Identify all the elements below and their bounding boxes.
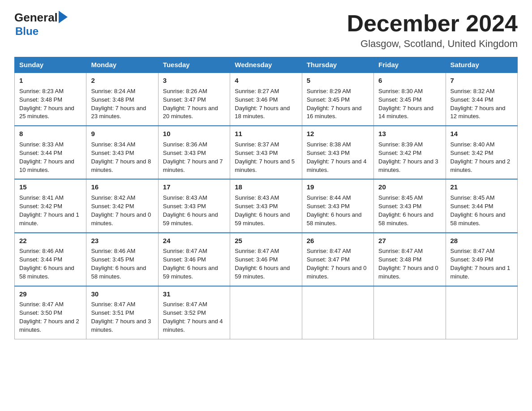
day-number: 29 (19, 289, 82, 299)
day-info: Sunrise: 8:37 AMSunset: 3:43 PMDaylight:… (235, 141, 295, 173)
day-info: Sunrise: 8:44 AMSunset: 3:43 PMDaylight:… (307, 194, 362, 227)
day-cell: 29 Sunrise: 8:47 AMSunset: 3:50 PMDaylig… (15, 286, 86, 339)
day-number: 7 (450, 76, 513, 86)
day-number: 21 (450, 182, 513, 192)
day-cell: 2 Sunrise: 8:24 AMSunset: 3:48 PMDayligh… (86, 73, 158, 126)
day-number: 6 (378, 76, 441, 86)
day-number: 8 (19, 129, 82, 139)
week-row-2: 8 Sunrise: 8:33 AMSunset: 3:44 PMDayligh… (15, 126, 518, 179)
week-row-4: 22 Sunrise: 8:46 AMSunset: 3:44 PMDaylig… (15, 233, 518, 286)
week-row-1: 1 Sunrise: 8:23 AMSunset: 3:48 PMDayligh… (15, 73, 518, 126)
day-info: Sunrise: 8:24 AMSunset: 3:48 PMDaylight:… (91, 88, 146, 120)
day-cell: 5 Sunrise: 8:29 AMSunset: 3:45 PMDayligh… (302, 73, 373, 126)
weekday-header-saturday: Saturday (446, 57, 517, 73)
day-cell: 19 Sunrise: 8:44 AMSunset: 3:43 PMDaylig… (302, 179, 373, 232)
day-info: Sunrise: 8:27 AMSunset: 3:46 PMDaylight:… (235, 88, 290, 120)
day-number: 30 (91, 289, 153, 299)
day-info: Sunrise: 8:23 AMSunset: 3:48 PMDaylight:… (19, 88, 74, 120)
day-cell: 26 Sunrise: 8:47 AMSunset: 3:47 PMDaylig… (302, 233, 373, 286)
day-info: Sunrise: 8:47 AMSunset: 3:50 PMDaylight:… (19, 301, 79, 333)
weekday-header-wednesday: Wednesday (230, 57, 302, 73)
day-cell: 13 Sunrise: 8:39 AMSunset: 3:42 PMDaylig… (374, 126, 446, 179)
day-cell (302, 286, 373, 339)
day-cell: 10 Sunrise: 8:36 AMSunset: 3:43 PMDaylig… (158, 126, 230, 179)
day-info: Sunrise: 8:43 AMSunset: 3:43 PMDaylight:… (235, 194, 290, 227)
page-header: General Blue December 2024 Glasgow, Scot… (14, 11, 518, 50)
logo-general: General (14, 12, 58, 23)
day-number: 15 (19, 182, 82, 192)
day-number: 18 (235, 182, 297, 192)
day-number: 2 (91, 76, 153, 86)
day-number: 5 (307, 76, 369, 86)
day-cell: 7 Sunrise: 8:32 AMSunset: 3:44 PMDayligh… (446, 73, 517, 126)
day-number: 24 (163, 236, 225, 246)
day-number: 4 (235, 76, 297, 86)
day-number: 16 (91, 182, 153, 192)
day-info: Sunrise: 8:46 AMSunset: 3:44 PMDaylight:… (19, 248, 74, 280)
day-cell: 17 Sunrise: 8:43 AMSunset: 3:43 PMDaylig… (158, 179, 230, 232)
weekday-header-thursday: Thursday (302, 57, 373, 73)
day-number: 25 (235, 236, 297, 246)
day-info: Sunrise: 8:47 AMSunset: 3:51 PMDaylight:… (91, 301, 151, 333)
day-info: Sunrise: 8:46 AMSunset: 3:45 PMDaylight:… (91, 248, 146, 280)
day-cell: 18 Sunrise: 8:43 AMSunset: 3:43 PMDaylig… (230, 179, 302, 232)
week-row-3: 15 Sunrise: 8:41 AMSunset: 3:42 PMDaylig… (15, 179, 518, 232)
day-info: Sunrise: 8:47 AMSunset: 3:52 PMDaylight:… (163, 301, 223, 333)
day-info: Sunrise: 8:30 AMSunset: 3:45 PMDaylight:… (378, 88, 433, 120)
location-title: Glasgow, Scotland, United Kingdom (347, 38, 518, 50)
day-cell: 3 Sunrise: 8:26 AMSunset: 3:47 PMDayligh… (158, 73, 230, 126)
logo-text: General (14, 11, 68, 24)
day-number: 14 (450, 129, 513, 139)
day-cell (446, 286, 517, 339)
day-cell: 21 Sunrise: 8:45 AMSunset: 3:44 PMDaylig… (446, 179, 517, 232)
day-number: 28 (450, 236, 513, 246)
day-info: Sunrise: 8:33 AMSunset: 3:44 PMDaylight:… (19, 141, 74, 173)
day-number: 19 (307, 182, 369, 192)
day-number: 9 (91, 129, 153, 139)
day-cell: 11 Sunrise: 8:37 AMSunset: 3:43 PMDaylig… (230, 126, 302, 179)
day-info: Sunrise: 8:47 AMSunset: 3:48 PMDaylight:… (378, 248, 438, 280)
week-row-5: 29 Sunrise: 8:47 AMSunset: 3:50 PMDaylig… (15, 286, 518, 339)
day-cell: 31 Sunrise: 8:47 AMSunset: 3:52 PMDaylig… (158, 286, 230, 339)
day-number: 23 (91, 236, 153, 246)
logo-blue: Blue (15, 25, 39, 38)
day-info: Sunrise: 8:45 AMSunset: 3:43 PMDaylight:… (378, 194, 433, 227)
day-cell: 12 Sunrise: 8:38 AMSunset: 3:43 PMDaylig… (302, 126, 373, 179)
day-info: Sunrise: 8:45 AMSunset: 3:44 PMDaylight:… (450, 194, 506, 227)
day-number: 20 (378, 182, 441, 192)
day-info: Sunrise: 8:43 AMSunset: 3:43 PMDaylight:… (163, 194, 218, 227)
day-info: Sunrise: 8:40 AMSunset: 3:42 PMDaylight:… (450, 141, 511, 173)
day-info: Sunrise: 8:38 AMSunset: 3:43 PMDaylight:… (307, 141, 367, 173)
day-cell: 23 Sunrise: 8:46 AMSunset: 3:45 PMDaylig… (86, 233, 158, 286)
day-info: Sunrise: 8:34 AMSunset: 3:43 PMDaylight:… (91, 141, 151, 173)
day-number: 12 (307, 129, 369, 139)
weekday-header-friday: Friday (374, 57, 446, 73)
day-number: 10 (163, 129, 225, 139)
day-cell: 16 Sunrise: 8:42 AMSunset: 3:42 PMDaylig… (86, 179, 158, 232)
day-cell: 25 Sunrise: 8:47 AMSunset: 3:46 PMDaylig… (230, 233, 302, 286)
day-cell: 8 Sunrise: 8:33 AMSunset: 3:44 PMDayligh… (15, 126, 86, 179)
day-info: Sunrise: 8:29 AMSunset: 3:45 PMDaylight:… (307, 88, 362, 120)
day-cell: 30 Sunrise: 8:47 AMSunset: 3:51 PMDaylig… (86, 286, 158, 339)
day-number: 26 (307, 236, 369, 246)
day-cell: 4 Sunrise: 8:27 AMSunset: 3:46 PMDayligh… (230, 73, 302, 126)
day-number: 3 (163, 76, 225, 86)
weekday-header-sunday: Sunday (15, 57, 86, 73)
day-cell (374, 286, 446, 339)
calendar-table: SundayMondayTuesdayWednesdayThursdayFrid… (14, 57, 518, 339)
weekday-header-row: SundayMondayTuesdayWednesdayThursdayFrid… (15, 57, 518, 73)
month-title: December 2024 (347, 11, 518, 36)
day-number: 31 (163, 289, 225, 299)
day-info: Sunrise: 8:47 AMSunset: 3:47 PMDaylight:… (307, 248, 367, 280)
day-cell: 15 Sunrise: 8:41 AMSunset: 3:42 PMDaylig… (15, 179, 86, 232)
day-number: 13 (378, 129, 441, 139)
day-cell: 24 Sunrise: 8:47 AMSunset: 3:46 PMDaylig… (158, 233, 230, 286)
day-cell: 1 Sunrise: 8:23 AMSunset: 3:48 PMDayligh… (15, 73, 86, 126)
day-info: Sunrise: 8:47 AMSunset: 3:46 PMDaylight:… (235, 248, 290, 280)
day-number: 27 (378, 236, 441, 246)
day-cell: 6 Sunrise: 8:30 AMSunset: 3:45 PMDayligh… (374, 73, 446, 126)
day-info: Sunrise: 8:42 AMSunset: 3:42 PMDaylight:… (91, 194, 151, 227)
day-cell: 22 Sunrise: 8:46 AMSunset: 3:44 PMDaylig… (15, 233, 86, 286)
day-cell: 20 Sunrise: 8:45 AMSunset: 3:43 PMDaylig… (374, 179, 446, 232)
weekday-header-tuesday: Tuesday (158, 57, 230, 73)
